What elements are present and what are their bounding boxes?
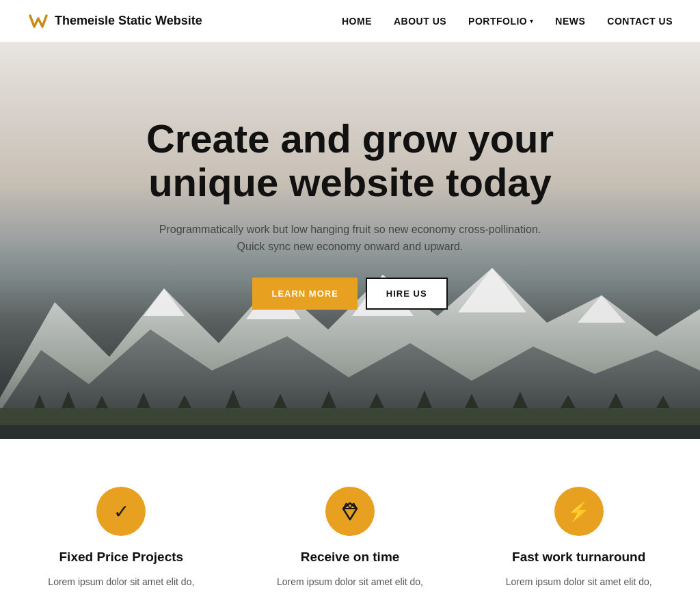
header: Themeisle Static Website HOME ABOUT US P… (0, 0, 700, 42)
svg-rect-23 (0, 425, 700, 439)
feature-desc-2: Lorem ipsum dolor sit amet elit do, cons… (485, 574, 673, 592)
feature-title-0: Fixed Price Projects (59, 550, 184, 565)
logo-text: Themeisle Static Website (55, 14, 202, 28)
nav-contact[interactable]: CONTACT US (607, 16, 673, 27)
feature-desc-1: Lorem ipsum dolor sit amet elit do, cons… (256, 574, 444, 592)
hero-subtitle: Programmatically work but low hanging fr… (159, 221, 541, 256)
feature-fast-turnaround: ⚡ Fast work turnaround Lorem ipsum dolor… (485, 487, 673, 592)
nav-news[interactable]: NEWS (555, 16, 585, 27)
feature-fixed-price: ✓ Fixed Price Projects Lorem ipsum dolor… (27, 487, 215, 592)
feature-title-2: Fast work turnaround (512, 550, 645, 565)
hero-title: Create and grow your unique website toda… (124, 117, 576, 204)
nav-home[interactable]: HOME (342, 16, 372, 27)
nav-portfolio[interactable]: PORTFOLIO (468, 16, 527, 27)
logo-icon (27, 10, 49, 32)
chevron-down-icon: ▾ (530, 17, 533, 25)
fast-turnaround-icon-circle: ⚡ (554, 487, 604, 536)
nav-about[interactable]: ABOUT US (394, 16, 446, 27)
main-nav: HOME ABOUT US PORTFOLIO ▾ NEWS CONTACT U… (342, 16, 673, 27)
diamond-icon (339, 500, 361, 522)
feature-title-1: Receive on time (301, 550, 400, 565)
hero-section: Create and grow your unique website toda… (0, 42, 700, 439)
hire-us-button[interactable]: HIRE US (366, 278, 448, 310)
hero-content: Create and grow your unique website toda… (111, 117, 589, 310)
learn-more-button[interactable]: LEARN MORE (252, 278, 357, 310)
receive-on-time-icon-circle (325, 487, 375, 536)
fixed-price-icon-circle: ✓ (96, 487, 146, 536)
checkmark-icon: ✓ (113, 500, 129, 523)
feature-desc-0: Lorem ipsum dolor sit amet elit do, cons… (27, 574, 215, 592)
lightning-icon: ⚡ (567, 500, 591, 523)
feature-receive-on-time: Receive on time Lorem ipsum dolor sit am… (256, 487, 444, 592)
hero-buttons: LEARN MORE HIRE US (124, 278, 576, 310)
features-section: ✓ Fixed Price Projects Lorem ipsum dolor… (0, 439, 700, 592)
logo[interactable]: Themeisle Static Website (27, 10, 202, 32)
